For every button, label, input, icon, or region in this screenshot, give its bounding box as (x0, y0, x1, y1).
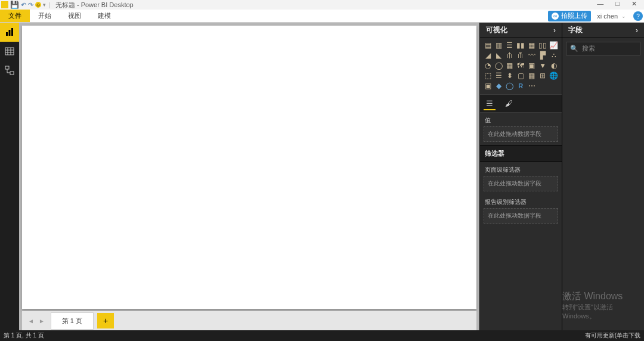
window-controls: — □ ✕ (597, 0, 644, 8)
search-icon: 🔍 (570, 45, 578, 52)
scatter-chart-icon[interactable]: ∴ (549, 50, 559, 60)
tab-modeling[interactable]: 建模 (89, 10, 119, 22)
svg-rect-2 (11, 28, 13, 36)
fields-panel: 字段 › 🔍 搜索 激活 Windows 转到"设置"以激活 Windows。 (562, 23, 644, 330)
model-view-button[interactable] (0, 61, 19, 80)
redo-icon[interactable]: ↷ (28, 1, 33, 9)
donut-chart-icon[interactable]: ◯ (493, 60, 504, 70)
hundred-stacked-bar-icon[interactable]: ▦ (527, 40, 537, 50)
clustered-bar-chart-icon[interactable]: ☰ (504, 40, 515, 50)
help-button[interactable]: ? (633, 11, 643, 21)
table-visual-icon[interactable]: ▦ (527, 70, 537, 80)
chevron-down-icon: ⌄ (621, 13, 626, 19)
search-placeholder: 搜索 (582, 44, 595, 53)
report-view-button[interactable] (0, 23, 19, 42)
line-clustered-column-icon[interactable]: ⫚ (515, 50, 526, 60)
cloud-upload-label: 拍照上传 (561, 11, 587, 20)
minimize-button[interactable]: — (597, 0, 603, 8)
main-area: ◄ ► 第 1 页 + 可视化 › ▤ ▥ ☰ ▮▮ ▦ ▯▯ 📈 ◢ ◣ ⫛ … (0, 23, 644, 330)
update-available-label[interactable]: 有可用更新(单击下载 (585, 331, 640, 340)
fields-tab[interactable]: ☰ (484, 97, 496, 110)
visualizations-header[interactable]: 可视化 › (480, 23, 562, 38)
report-filters-drop-well[interactable]: 在此处拖动数据字段 (484, 208, 558, 224)
stacked-column-chart-icon[interactable]: ▥ (493, 40, 504, 50)
line-chart-icon[interactable]: 📈 (549, 40, 559, 50)
values-drop-well[interactable]: 在此处拖动数据字段 (484, 126, 558, 142)
chevron-right-icon: › (636, 26, 638, 35)
svg-rect-9 (10, 72, 14, 75)
hundred-stacked-column-icon[interactable]: ▯▯ (537, 40, 548, 50)
area-chart-icon[interactable]: ◢ (482, 50, 493, 60)
prev-page-button[interactable]: ◄ (26, 318, 36, 324)
feedback-icon[interactable]: ☺ (35, 2, 41, 8)
table-icon (5, 46, 14, 56)
multi-row-card-icon[interactable]: ☰ (493, 70, 504, 80)
r-script-visual-icon[interactable]: R (515, 80, 526, 91)
treemap-icon[interactable]: ▦ (504, 60, 515, 70)
fields-body: 激活 Windows 转到"设置"以激活 Windows。 (562, 59, 644, 330)
python-visual-icon[interactable]: ◆ (493, 80, 504, 91)
view-rail (0, 23, 19, 330)
cloud-upload-button[interactable]: ∞ 拍照上传 (548, 11, 591, 21)
file-tab[interactable]: 文件 (0, 10, 30, 22)
ribbon-chart-icon[interactable]: 〰 (527, 50, 537, 60)
ribbon: 文件 开始 视图 建模 ∞ 拍照上传 xi chen ⌄ ? (0, 10, 644, 23)
cloud-icon: ∞ (552, 13, 559, 20)
values-label: 值 (480, 113, 562, 126)
quick-access-toolbar: 💾 ↶ ↷ ☺ ▾ | (1, 1, 52, 9)
report-filters-label: 报告级别筛选器 (480, 194, 562, 208)
undo-icon[interactable]: ↶ (21, 1, 26, 9)
qat-dropdown-icon[interactable]: ▾ (43, 2, 46, 8)
close-button[interactable]: ✕ (631, 0, 637, 8)
data-view-button[interactable] (0, 42, 19, 61)
pie-chart-icon[interactable]: ◔ (482, 60, 493, 70)
kpi-icon[interactable]: ⬍ (504, 70, 515, 80)
tab-view[interactable]: 视图 (60, 10, 89, 22)
page-tabs: ◄ ► 第 1 页 + (22, 311, 476, 330)
waterfall-chart-icon[interactable]: ▛ (537, 50, 548, 60)
visualizations-panel: 可视化 › ▤ ▥ ☰ ▮▮ ▦ ▯▯ 📈 ◢ ◣ ⫛ ⫚ 〰 ▛ ∴ ◔ ◯ … (479, 23, 562, 330)
page-filters-label: 页面级筛选器 (480, 162, 562, 176)
svg-rect-3 (5, 48, 14, 55)
fields-header[interactable]: 字段 › (562, 23, 644, 38)
viz-format-tabs: ☰ 🖌 (480, 94, 562, 113)
more-visuals-icon[interactable]: ⋯ (527, 80, 537, 91)
visualization-gallery: ▤ ▥ ☰ ▮▮ ▦ ▯▯ 📈 ◢ ◣ ⫛ ⫚ 〰 ▛ ∴ ◔ ◯ ▦ 🗺 ▣ … (480, 38, 562, 92)
report-canvas[interactable] (22, 26, 476, 309)
page-info: 第 1 页, 共 1 页 (4, 331, 44, 340)
canvas-zone: ◄ ► 第 1 页 + (19, 23, 479, 330)
stacked-area-chart-icon[interactable]: ◣ (493, 50, 504, 60)
tab-home[interactable]: 开始 (30, 10, 60, 22)
power-apps-icon[interactable]: ▣ (482, 80, 493, 91)
bar-chart-icon (5, 27, 14, 37)
fields-search[interactable]: 🔍 搜索 (566, 42, 640, 55)
status-bar: 第 1 页, 共 1 页 有可用更新(单击下载 (0, 330, 644, 341)
filters-header: 筛选器 (480, 145, 562, 162)
separator: | (49, 1, 51, 8)
matrix-icon[interactable]: ⊞ (537, 70, 548, 80)
save-icon[interactable]: 💾 (10, 1, 19, 9)
map-icon[interactable]: 🗺 (515, 60, 526, 70)
maximize-button[interactable]: □ (615, 0, 620, 8)
svg-rect-0 (6, 32, 8, 36)
filled-map-icon[interactable]: ▣ (527, 60, 537, 70)
funnel-icon[interactable]: ▼ (537, 60, 548, 70)
page-filters-drop-well[interactable]: 在此处拖动数据字段 (484, 176, 558, 191)
app-icon (1, 1, 8, 8)
key-influencers-icon[interactable]: ◯ (504, 80, 515, 91)
arcgis-icon[interactable]: 🌐 (549, 70, 559, 80)
user-label[interactable]: xi chen ⌄ (592, 10, 631, 22)
stacked-bar-chart-icon[interactable]: ▤ (482, 40, 493, 50)
add-page-button[interactable]: + (97, 313, 114, 328)
line-stacked-column-icon[interactable]: ⫛ (504, 50, 515, 60)
slicer-icon[interactable]: ▢ (515, 70, 526, 80)
gauge-icon[interactable]: ◐ (549, 60, 559, 70)
window-title: 无标题 - Power BI Desktop (55, 1, 134, 10)
format-tab[interactable]: 🖌 (503, 97, 515, 110)
card-icon[interactable]: ⬚ (482, 70, 493, 80)
next-page-button[interactable]: ► (36, 318, 47, 324)
chevron-right-icon: › (553, 26, 556, 35)
svg-rect-8 (5, 66, 9, 69)
clustered-column-chart-icon[interactable]: ▮▮ (515, 40, 526, 50)
page-tab-1[interactable]: 第 1 页 (51, 312, 94, 330)
